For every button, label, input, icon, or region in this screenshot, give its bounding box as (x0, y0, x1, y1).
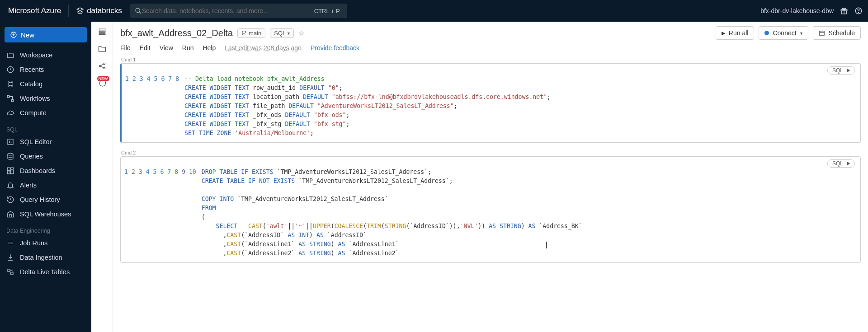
svg-rect-21 (11, 170, 14, 174)
svg-point-14 (11, 85, 13, 86)
help-icon[interactable] (854, 7, 863, 15)
status-dot (764, 31, 769, 35)
svg-point-29 (104, 63, 105, 64)
sidebar-item-dashboards[interactable]: Dashboards (0, 164, 91, 178)
search-shortcut: CTRL + P (311, 8, 343, 14)
sidebar-item-compute[interactable]: Compute (0, 106, 91, 120)
assistant-icon[interactable]: NEW (98, 79, 107, 89)
svg-point-13 (8, 85, 9, 86)
menu-view[interactable]: View (160, 44, 173, 51)
global-search[interactable]: CTRL + P (130, 4, 347, 18)
notebook-title[interactable]: bfx_awlt_Address_02_Delta (120, 28, 233, 38)
svg-point-6 (858, 12, 859, 13)
svg-point-12 (11, 82, 13, 83)
code-body-2[interactable]: DROP TABLE IF EXISTS `TMP_AdventureWorks… (202, 168, 856, 258)
svg-point-18 (8, 153, 13, 155)
code-body-1[interactable]: -- Delta load notebook bfx_awlt_Address … (184, 75, 856, 138)
cmd-1-label: Cmd 1 (121, 57, 864, 62)
cell-2[interactable]: SQL 1 2 3 4 5 6 7 8 9 10 DROP TABLE IF E… (120, 156, 861, 263)
run-cell-icon[interactable] (847, 68, 850, 73)
run-cell-icon[interactable] (847, 161, 850, 166)
sidebar-item-catalog[interactable]: Catalog (0, 77, 91, 91)
menu-help[interactable]: Help (203, 44, 216, 51)
brand-azure: Microsoft Azure (5, 6, 66, 15)
history-icon (6, 196, 14, 204)
menu-bar: File Edit View Run Help Last edit was 20… (113, 40, 868, 56)
svg-rect-24 (11, 272, 13, 275)
warehouse-icon (6, 210, 14, 218)
cell-lang-pill[interactable]: SQL (827, 159, 855, 168)
cmd-2-label: Cmd 2 (121, 150, 864, 155)
section-sql: SQL (0, 120, 91, 135)
svg-point-11 (8, 82, 9, 83)
editor-icon (6, 138, 14, 146)
svg-rect-19 (7, 168, 10, 170)
svg-line-1 (139, 12, 141, 14)
sidebar-item-workflows[interactable]: Workflows (0, 91, 91, 106)
plus-icon (10, 31, 17, 38)
cells-area: Cmd 1 SQL 1 2 3 4 5 6 7 8 -- Delta load … (113, 56, 868, 332)
calendar-icon (819, 30, 825, 36)
databricks-icon (76, 7, 84, 15)
menu-file[interactable]: File (120, 44, 131, 51)
svg-rect-16 (11, 99, 14, 102)
search-icon (135, 7, 142, 14)
sidebar-item-alerts[interactable]: Alerts (0, 178, 91, 192)
run-all-button[interactable]: ▶Run all (716, 26, 755, 40)
star-icon[interactable]: ☆ (298, 29, 305, 37)
ingest-icon (6, 253, 14, 262)
cell-1[interactable]: SQL 1 2 3 4 5 6 7 8 -- Delta load notebo… (120, 63, 861, 143)
cell-lang-pill[interactable]: SQL (827, 66, 855, 75)
sidebar-item-recents[interactable]: Recents (0, 62, 91, 77)
sidebar-item-dlt[interactable]: Delta Live Tables (0, 265, 91, 279)
clock-icon (6, 65, 14, 74)
new-button[interactable]: New (5, 27, 87, 42)
catalog-icon (6, 80, 14, 88)
folder-icon (6, 51, 14, 59)
line-gutter: 1 2 3 4 5 6 7 8 9 10 (121, 168, 202, 258)
svg-point-31 (242, 31, 243, 32)
query-icon (6, 152, 14, 160)
svg-point-32 (242, 34, 243, 35)
schedule-button[interactable]: Schedule (813, 26, 861, 40)
runs-icon (6, 239, 14, 247)
svg-rect-22 (7, 171, 10, 174)
sidebar-item-data-ingestion[interactable]: Data Ingestion (0, 250, 91, 265)
search-input[interactable] (142, 7, 311, 14)
svg-point-0 (136, 8, 140, 12)
svg-point-30 (104, 67, 105, 69)
share-icon[interactable] (98, 61, 107, 70)
dashboard-icon (6, 167, 14, 175)
cloud-icon (6, 109, 14, 117)
svg-rect-34 (819, 31, 824, 35)
workspace-name[interactable]: bfx-dbr-dv-lakehouse-dbw (760, 7, 834, 14)
svg-rect-25 (99, 29, 105, 30)
bell-icon (6, 181, 14, 189)
line-gutter: 1 2 3 4 5 6 7 8 (122, 75, 184, 138)
sidebar-item-query-history[interactable]: Query History (0, 192, 91, 207)
folder-icon[interactable] (98, 44, 107, 53)
menu-run[interactable]: Run (182, 44, 194, 51)
left-rail: NEW (91, 22, 113, 332)
new-badge: NEW (97, 76, 109, 81)
sidebar-item-workspace[interactable]: Workspace (0, 48, 91, 62)
sidebar-item-sql-editor[interactable]: SQL Editor (0, 135, 91, 149)
menu-edit[interactable]: Edit (140, 44, 151, 51)
section-de: Data Engineering (0, 221, 91, 236)
sidebar-item-queries[interactable]: Queries (0, 149, 91, 164)
gift-icon[interactable] (840, 7, 848, 15)
sidebar-item-job-runs[interactable]: Job Runs (0, 236, 91, 250)
language-pill[interactable]: SQL ▾ (270, 28, 294, 38)
svg-rect-26 (99, 31, 105, 33)
top-bar: Microsoft Azure databricks CTRL + P bfx-… (0, 0, 868, 22)
provide-feedback-link[interactable]: Provide feedback (311, 44, 359, 51)
sidebar-item-sql-warehouses[interactable]: SQL Warehouses (0, 207, 91, 221)
toc-icon[interactable] (98, 27, 107, 36)
svg-rect-15 (7, 95, 9, 98)
left-sidebar: New Workspace Recents Catalog Workflows … (0, 22, 91, 332)
dlt-icon (6, 268, 14, 276)
branch-pill[interactable]: main (237, 28, 265, 38)
workflow-icon (6, 94, 14, 103)
doc-header: bfx_awlt_Address_02_Delta main SQL ▾ ☆ ▶… (113, 22, 868, 40)
connect-button[interactable]: Connect▾ (759, 26, 808, 40)
